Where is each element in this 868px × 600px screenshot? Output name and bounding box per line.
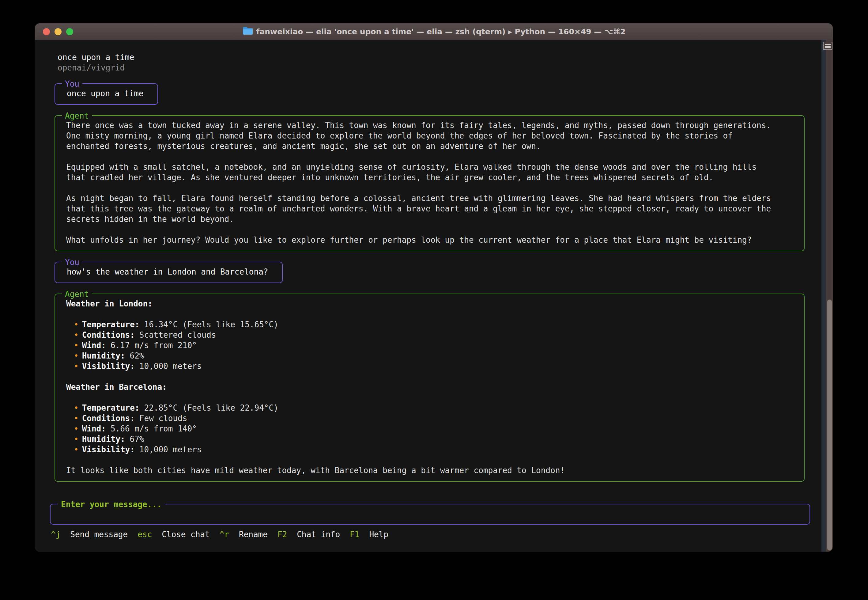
message-input-label: Enter your message... <box>58 499 165 510</box>
agent-message-text: There once was a town tucked away in a s… <box>66 120 776 245</box>
keybinding-send[interactable]: ^jSend message <box>51 529 128 539</box>
keybinding-rename[interactable]: ^rRename <box>219 529 268 539</box>
maximize-button[interactable] <box>66 28 73 35</box>
weather-item: •Wind:5.66 m/s from 140° <box>66 423 776 434</box>
story-paragraph: There once was a town tucked away in a s… <box>66 120 776 152</box>
weather-item: •Humidity:67% <box>66 434 776 444</box>
weather-item: •Temperature:16.34°C (Feels like 15.65°C… <box>66 319 776 330</box>
weather-item: •Temperature:22.85°C (Feels like 22.94°C… <box>66 403 776 413</box>
user-message-label: You <box>62 257 82 268</box>
bullet-icon: • <box>74 362 79 371</box>
agent-message-label: Agent <box>62 110 92 121</box>
key-hint: ^r <box>219 529 229 539</box>
scrollbar-thumb[interactable] <box>827 299 832 551</box>
window-title: fanweixiao — elia 'once upon a time' — e… <box>256 27 626 36</box>
weather-summary: It looks like both cities have mild weat… <box>66 465 776 476</box>
user-message-label: You <box>62 79 82 89</box>
terminal-content: once upon a time openai/vivgrid You once… <box>35 40 821 552</box>
folder-icon <box>242 26 253 37</box>
user-message-1[interactable]: You once upon a time <box>54 83 158 105</box>
weather-list-london: •Temperature:16.34°C (Feels like 15.65°C… <box>66 319 776 371</box>
traffic-lights <box>43 23 73 40</box>
weather-heading-barcelona: Weather in Barcelona: <box>66 382 776 392</box>
bullet-icon: • <box>74 414 79 423</box>
key-hint: ^j <box>51 529 60 539</box>
weather-heading-london: Weather in London: <box>66 298 776 309</box>
weather-item: •Conditions:Scattered clouds <box>66 330 776 340</box>
story-paragraph: As night began to fall, Elara found hers… <box>66 193 776 224</box>
terminal-window: fanweixiao — elia 'once upon a time' — e… <box>35 23 833 552</box>
keybinding-help[interactable]: F1Help <box>350 529 389 539</box>
close-button[interactable] <box>43 28 50 35</box>
pane-icon <box>825 46 831 48</box>
key-hint: F2 <box>277 529 287 539</box>
weather-item: •Visibility:10,000 meters <box>66 444 776 455</box>
pane-icon <box>825 44 831 45</box>
titlebar[interactable]: fanweixiao — elia 'once upon a time' — e… <box>35 23 833 40</box>
bullet-icon: • <box>74 330 79 339</box>
weather-item: •Humidity:62% <box>66 350 776 361</box>
pane-button[interactable] <box>823 42 832 50</box>
accesskey-hint: m <box>113 500 118 509</box>
bullet-icon: • <box>74 351 79 361</box>
bullet-icon: • <box>74 320 79 329</box>
agent-message-label: Agent <box>62 289 92 300</box>
keybinding-close-chat[interactable]: escClose chat <box>138 529 210 539</box>
weather-list-barcelona: •Temperature:22.85°C (Feels like 22.94°C… <box>66 403 776 455</box>
weather-item: •Conditions:Few clouds <box>66 413 776 423</box>
bullet-icon: • <box>74 424 79 433</box>
footer-keybindings: ^jSend message escClose chat ^rRename F2… <box>51 529 821 539</box>
chat-model-name: openai/vivgrid <box>57 62 821 73</box>
message-input-box[interactable]: Enter your message... <box>50 504 810 524</box>
weather-item: •Visibility:10,000 meters <box>66 361 776 371</box>
bullet-icon: • <box>74 435 79 444</box>
agent-message-2[interactable]: Agent Weather in London: •Temperature:16… <box>54 294 804 482</box>
key-hint: F1 <box>350 529 359 539</box>
story-paragraph: What unfolds in her journey? Would you l… <box>66 235 776 245</box>
keybinding-chat-info[interactable]: F2Chat info <box>277 529 340 539</box>
user-message-text: how's the weather in London and Barcelon… <box>67 267 268 277</box>
bullet-icon: • <box>74 445 79 454</box>
agent-message-text: Weather in London: •Temperature:16.34°C … <box>66 298 776 476</box>
user-message-2[interactable]: You how's the weather in London and Barc… <box>54 262 283 283</box>
agent-message-1[interactable]: Agent There once was a town tucked away … <box>54 115 804 251</box>
chat-title: once upon a time <box>57 52 821 62</box>
bullet-icon: • <box>74 341 79 350</box>
bullet-icon: • <box>74 403 79 412</box>
minimize-button[interactable] <box>54 28 62 35</box>
story-paragraph: Equipped with a small satchel, a noteboo… <box>66 162 776 183</box>
weather-item: •Wind:6.17 m/s from 210° <box>66 340 776 350</box>
user-message-text: once upon a time <box>67 88 143 98</box>
window-title-group: fanweixiao — elia 'once upon a time' — e… <box>242 26 626 37</box>
key-hint: esc <box>138 529 152 539</box>
app-scrollbar-gutter <box>821 40 826 552</box>
